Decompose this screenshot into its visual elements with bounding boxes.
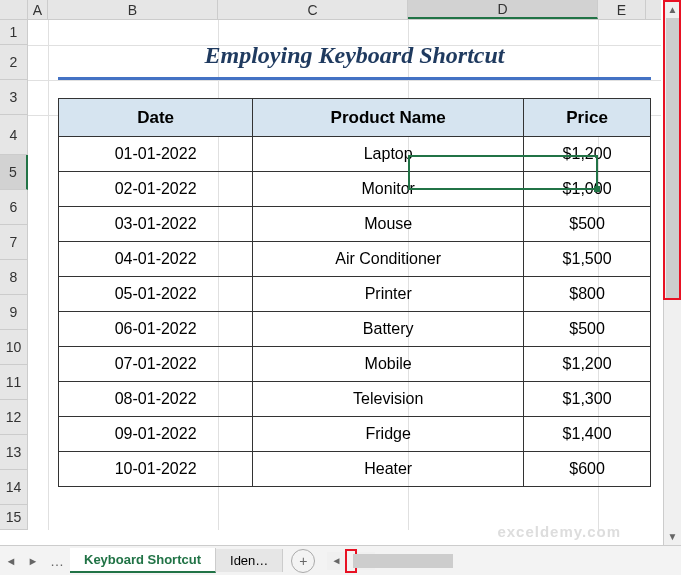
cell-price[interactable]: $1,500 — [524, 242, 651, 277]
cell-product[interactable]: Air Conditioner — [253, 242, 524, 277]
cell-price[interactable]: $1,200 — [524, 347, 651, 382]
row-header-10[interactable]: 10 — [0, 330, 28, 365]
select-all-corner[interactable] — [0, 0, 28, 19]
table-row: 10-01-2022Heater$600 — [59, 452, 651, 487]
cell-product[interactable]: Mobile — [253, 347, 524, 382]
column-header-D[interactable]: D — [408, 0, 598, 19]
cell-date[interactable]: 08-01-2022 — [59, 382, 253, 417]
cell-date[interactable]: 02-01-2022 — [59, 172, 253, 207]
cell-date[interactable]: 10-01-2022 — [59, 452, 253, 487]
column-header-B[interactable]: B — [48, 0, 218, 19]
table-row: 02-01-2022Monitor$1,000 — [59, 172, 651, 207]
header-price[interactable]: Price — [524, 99, 651, 137]
row-header-5[interactable]: 5 — [0, 155, 28, 190]
row-header-3[interactable]: 3 — [0, 80, 28, 115]
spreadsheet-grid: A B C D E 1 2 3 4 5 6 7 8 9 10 11 12 13 … — [0, 0, 661, 545]
cell-product[interactable]: Mouse — [253, 207, 524, 242]
sheet-nav-prev[interactable]: ◄ — [0, 547, 22, 575]
row-header-13[interactable]: 13 — [0, 435, 28, 470]
column-header-A[interactable]: A — [28, 0, 48, 19]
cell-date[interactable]: 06-01-2022 — [59, 312, 253, 347]
cell-product[interactable]: Battery — [253, 312, 524, 347]
row-headers: 1 2 3 4 5 6 7 8 9 10 11 12 13 14 15 — [0, 20, 28, 530]
cell-date[interactable]: 07-01-2022 — [59, 347, 253, 382]
table-row: 09-01-2022Fridge$1,400 — [59, 417, 651, 452]
table-row: 04-01-2022Air Conditioner$1,500 — [59, 242, 651, 277]
row-header-14[interactable]: 14 — [0, 470, 28, 505]
cell-date[interactable]: 04-01-2022 — [59, 242, 253, 277]
header-product[interactable]: Product Name — [253, 99, 524, 137]
row-header-15[interactable]: 15 — [0, 505, 28, 530]
add-sheet-button[interactable]: + — [291, 549, 315, 573]
bottom-bar: ◄ ► … Keyboard Shortcut Iden… + ◄ ► — [0, 545, 681, 575]
row-header-6[interactable]: 6 — [0, 190, 28, 225]
cell-price[interactable]: $500 — [524, 312, 651, 347]
cell-product[interactable]: Printer — [253, 277, 524, 312]
table-row: 06-01-2022Battery$500 — [59, 312, 651, 347]
table-row: 08-01-2022Television$1,300 — [59, 382, 651, 417]
page-title: Employing Keyboard Shortcut — [58, 30, 651, 80]
table-row: 07-01-2022Mobile$1,200 — [59, 347, 651, 382]
sheet-nav-next[interactable]: ► — [22, 547, 44, 575]
table-row: 03-01-2022Mouse$500 — [59, 207, 651, 242]
hscroll-thumb[interactable] — [353, 554, 453, 568]
column-header-C[interactable]: C — [218, 0, 408, 19]
row-header-8[interactable]: 8 — [0, 260, 28, 295]
sheet-nav-more[interactable]: … — [44, 553, 70, 569]
tab-iden[interactable]: Iden… — [216, 549, 283, 572]
cell-price[interactable]: $1,000 — [524, 172, 651, 207]
row-header-11[interactable]: 11 — [0, 365, 28, 400]
cell-product[interactable]: Laptop — [253, 137, 524, 172]
cell-date[interactable]: 05-01-2022 — [59, 277, 253, 312]
row-header-9[interactable]: 9 — [0, 295, 28, 330]
cell-product[interactable]: Fridge — [253, 417, 524, 452]
table-row: 05-01-2022Printer$800 — [59, 277, 651, 312]
cell-product[interactable]: Television — [253, 382, 524, 417]
cell-date[interactable]: 09-01-2022 — [59, 417, 253, 452]
cell-price[interactable]: $1,200 — [524, 137, 651, 172]
tab-keyboard-shortcut[interactable]: Keyboard Shortcut — [70, 548, 216, 573]
column-header-E[interactable]: E — [598, 0, 646, 19]
cell-product[interactable]: Heater — [253, 452, 524, 487]
cell-product[interactable]: Monitor — [253, 172, 524, 207]
column-headers: A B C D E — [0, 0, 661, 20]
cell-price[interactable]: $600 — [524, 452, 651, 487]
cell-date[interactable]: 03-01-2022 — [59, 207, 253, 242]
scroll-down-button[interactable]: ▼ — [664, 527, 681, 545]
cell-price[interactable]: $1,400 — [524, 417, 651, 452]
cells-area[interactable]: Employing Keyboard Shortcut Date Product… — [28, 20, 661, 530]
horizontal-scrollbar[interactable]: ◄ ► — [323, 549, 681, 573]
table-row: 01-01-2022Laptop$1,200 — [59, 137, 651, 172]
row-header-1[interactable]: 1 — [0, 20, 28, 45]
cell-price[interactable]: $500 — [524, 207, 651, 242]
vscroll-annotation — [663, 0, 681, 300]
row-header-4[interactable]: 4 — [0, 115, 28, 155]
header-date[interactable]: Date — [59, 99, 253, 137]
vertical-scrollbar[interactable]: ▲ ▼ — [663, 0, 681, 545]
cell-date[interactable]: 01-01-2022 — [59, 137, 253, 172]
table-header-row: Date Product Name Price — [59, 99, 651, 137]
scroll-left-button[interactable]: ◄ — [327, 552, 345, 570]
row-header-2[interactable]: 2 — [0, 45, 28, 80]
data-table: Date Product Name Price 01-01-2022Laptop… — [58, 98, 651, 487]
cell-price[interactable]: $1,300 — [524, 382, 651, 417]
row-header-7[interactable]: 7 — [0, 225, 28, 260]
watermark: exceldemy.com — [497, 523, 621, 540]
row-header-12[interactable]: 12 — [0, 400, 28, 435]
cell-price[interactable]: $800 — [524, 277, 651, 312]
